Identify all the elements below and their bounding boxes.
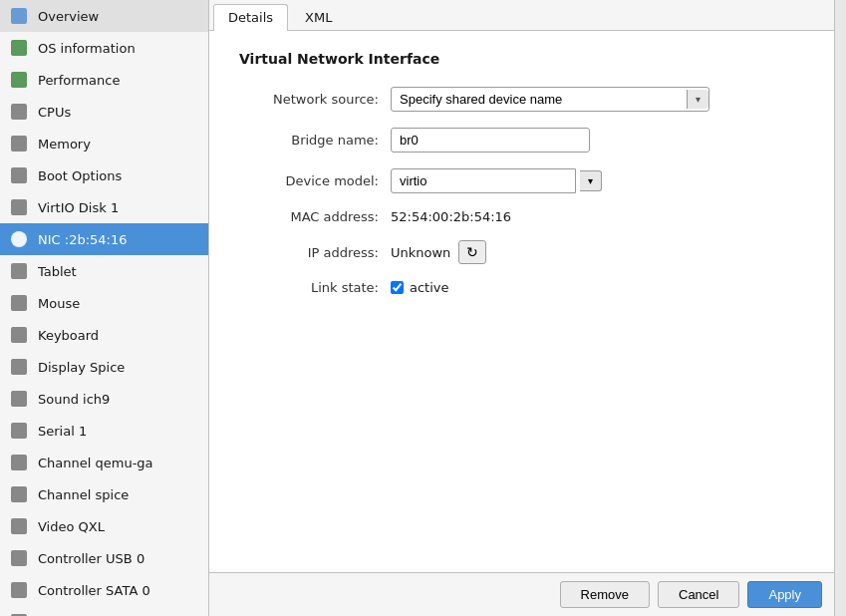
controller-icon [8,579,30,601]
cancel-button[interactable]: Cancel [658,581,739,608]
network-source-dropdown[interactable]: Specify shared device name ▾ [391,87,709,112]
tablet-icon [8,260,30,282]
sidebar-item-keyboard[interactable]: Keyboard [0,319,208,351]
ip-refresh-button[interactable]: ↻ [458,240,486,264]
content-body: Virtual Network Interface Network source… [209,31,834,572]
sidebar-item-nic[interactable]: NIC :2b:54:16 [0,223,208,255]
sidebar-item-label-os-info: OS information [38,41,136,56]
info-icon [8,37,30,59]
bridge-name-row: Bridge name: [239,128,804,153]
sidebar-item-video-qxl[interactable]: Video QXL [0,510,208,542]
sidebar-item-tablet[interactable]: Tablet [0,255,208,287]
controller-icon [8,547,30,569]
bridge-name-control [391,128,709,153]
sidebar-item-label-channel-qemu: Channel qemu-ga [38,456,153,470]
sidebar-item-label-tablet: Tablet [38,264,77,279]
footer: Remove Cancel Apply [209,572,834,616]
link-state-control: active [391,280,449,295]
bridge-name-input[interactable] [391,128,590,153]
sidebar-item-label-mouse: Mouse [38,296,80,311]
sidebar-item-memory[interactable]: Memory [0,128,208,159]
tab-xml[interactable]: XML [290,4,347,30]
device-model-label: Device model: [239,173,379,188]
serial-icon [8,420,30,442]
sidebar-item-label-virtio-disk: VirtIO Disk 1 [38,200,119,215]
sidebar-item-label-controller-sata: Controller SATA 0 [38,583,150,598]
ip-address-label: IP address: [239,245,379,260]
sidebar-item-label-controller-usb: Controller USB 0 [38,551,144,566]
sidebar-item-label-keyboard: Keyboard [38,328,99,343]
sidebar-item-label-boot-options: Boot Options [38,168,122,183]
sidebar-item-controller-pcie[interactable]: Controller PCIe 0 [0,606,208,616]
cpu-icon [8,101,30,123]
right-scrollbar [834,0,846,616]
display-icon [8,356,30,378]
sidebar-item-serial1[interactable]: Serial 1 [0,415,208,447]
sidebar-item-controller-sata[interactable]: Controller SATA 0 [0,574,208,606]
network-source-dropdown-arrow: ▾ [687,90,708,109]
device-model-input[interactable] [391,168,576,193]
sidebar-item-label-performance: Performance [38,73,120,88]
ip-address-value: Unknown [391,245,450,260]
network-source-label: Network source: [239,92,379,107]
apply-button[interactable]: Apply [747,581,822,608]
video-icon [8,515,30,537]
sidebar-item-cpus[interactable]: CPUs [0,96,208,128]
tabs-bar: Details XML [209,0,834,31]
sidebar-item-controller-usb[interactable]: Controller USB 0 [0,542,208,574]
network-source-row: Network source: Specify shared device na… [239,87,804,112]
content-area: Details XML Virtual Network Interface Ne… [209,0,834,616]
sidebar-item-label-video-qxl: Video QXL [38,519,105,534]
sidebar-item-virtio-disk[interactable]: VirtIO Disk 1 [0,191,208,223]
sidebar-item-label-nic: NIC :2b:54:16 [38,232,128,247]
disk-icon [8,196,30,218]
link-state-label: Link state: [239,280,379,295]
network-source-control: Specify shared device name ▾ [391,87,709,112]
keyboard-icon [8,324,30,346]
remove-button[interactable]: Remove [560,581,650,608]
sidebar-item-overview[interactable]: Overview [0,0,208,32]
nic-icon [8,228,30,250]
sidebar-item-display-spice[interactable]: Display Spice [0,351,208,383]
memory-icon [8,133,30,154]
sidebar-item-boot-options[interactable]: Boot Options [0,159,208,191]
device-model-row: Device model: ▾ [239,168,804,193]
sidebar-item-label-display-spice: Display Spice [38,360,125,375]
bridge-name-label: Bridge name: [239,133,379,148]
link-state-row: Link state: active [239,280,804,295]
mac-address-value: 52:54:00:2b:54:16 [391,209,511,224]
link-state-active-label[interactable]: active [410,280,449,295]
sidebar-item-os-info[interactable]: OS information [0,32,208,64]
ip-address-control: Unknown ↻ [391,240,486,264]
screen-icon [8,5,30,27]
sidebar-item-performance[interactable]: Performance [0,64,208,96]
chart-icon [8,69,30,91]
main-layout: OverviewOS informationPerformanceCPUsMem… [0,0,846,616]
sound-icon [8,388,30,410]
sidebar-item-mouse[interactable]: Mouse [0,287,208,319]
device-model-control: ▾ [391,168,709,193]
link-state-checkbox[interactable] [391,281,404,294]
network-source-select[interactable]: Specify shared device name [392,88,687,111]
device-model-dropdown-button[interactable]: ▾ [580,170,602,191]
controller-icon [8,611,30,616]
sidebar-item-label-serial1: Serial 1 [38,424,87,439]
sidebar-item-label-channel-spice: Channel spice [38,487,129,502]
tab-details[interactable]: Details [213,4,288,31]
sidebar-item-label-memory: Memory [38,137,91,152]
mouse-icon [8,292,30,314]
boot-icon [8,164,30,186]
channel-icon [8,483,30,505]
section-title: Virtual Network Interface [239,51,804,67]
sidebar-item-label-overview: Overview [38,9,99,24]
channel-icon [8,452,30,473]
sidebar: OverviewOS informationPerformanceCPUsMem… [0,0,209,616]
sidebar-item-label-cpus: CPUs [38,105,71,120]
sidebar-item-channel-qemu[interactable]: Channel qemu-ga [0,447,208,478]
ip-address-row: IP address: Unknown ↻ [239,240,804,264]
sidebar-item-sound-ich9[interactable]: Sound ich9 [0,383,208,415]
mac-address-label: MAC address: [239,209,379,224]
sidebar-item-channel-spice[interactable]: Channel spice [0,478,208,510]
mac-address-row: MAC address: 52:54:00:2b:54:16 [239,209,804,224]
sidebar-item-label-sound-ich9: Sound ich9 [38,392,110,407]
